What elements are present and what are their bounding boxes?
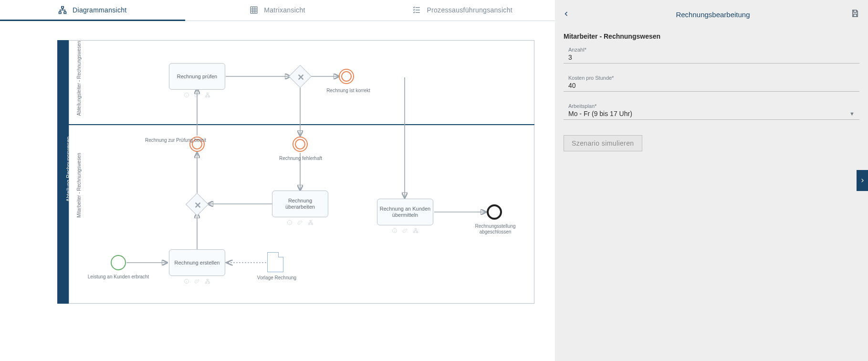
field-value: Mo - Fr (9 bis 17 Uhr) [568,110,632,117]
tab-execution[interactable]: Prozessausführungsansicht [370,0,555,21]
field-label: Arbeitsplan* [568,103,855,109]
task-label: Rechnung erstellen [175,260,220,266]
event-end-label: Rechnungsstellung abgeschlossen [462,223,529,235]
tab-matrix[interactable]: Matrixansicht [185,0,370,21]
task-rechnung-ueberarbeiten[interactable]: Rechnung überarbeiten [272,191,328,217]
drawer-toggle[interactable] [857,170,868,191]
task-indicator-icons [287,220,314,225]
lane-top-label: Abteilungsleiter - Rechnungswesen [76,40,82,117]
x-icon: ✕ [194,200,201,211]
event-start-label: Leistung an Kunden erbracht [85,274,152,280]
properties-panel: Rechnungsbearbeitung Mitarbeiter - Rechn… [555,0,868,361]
attachment-icon [402,228,408,234]
attachment-icon [297,220,303,225]
event-fehlerhaft[interactable] [293,137,308,152]
task-rechnung-uebermitteln[interactable]: Rechnung an Kunden übermitteln [377,199,433,225]
tab-matrix-label: Matrixansicht [264,6,305,14]
info-icon [184,92,189,98]
info-icon [184,278,189,284]
field-label: Kosten pro Stunde* [568,75,855,81]
svg-rect-1 [59,11,62,13]
task-label: Rechnung an Kunden übermitteln [379,206,431,218]
event-bereit-label: Rechnung zur Prüfung bereit [142,138,209,143]
attachment-icon [194,92,200,98]
simulate-button[interactable]: Szenario simulieren [564,135,642,151]
attachment-icon [194,278,200,284]
field-label: Anzahl* [568,47,855,53]
event-end[interactable] [487,204,502,220]
pool-header: Abteilung Rechnungswesen [57,40,69,304]
chevron-left-icon [564,11,569,17]
chevron-right-icon [860,178,865,183]
tab-exec-label: Prozessausführungsansicht [427,6,512,14]
task-indicator-icons [184,92,210,98]
lane-bottom-label: Mitarbeiter - Rechnungswesen [76,125,82,245]
event-rechnung-korrekt[interactable] [339,69,354,84]
info-icon [287,220,293,225]
org-icon [205,278,210,284]
field-anzahl[interactable]: Anzahl* 3 [564,44,859,64]
org-icon [413,228,418,234]
svg-rect-3 [251,7,258,13]
x-icon: ✕ [297,72,304,83]
task-label: Rechnung überarbeiten [274,198,326,210]
task-rechnung-pruefen[interactable]: Rechnung prüfen [169,63,225,90]
hierarchy-icon [58,6,67,14]
task-label: Rechnung prüfen [177,74,217,80]
task-indicator-icons [392,228,418,234]
panel-title: Rechnungsbearbeitung [575,11,851,19]
lane-separator [69,124,534,125]
field-value: 40 [568,82,855,89]
svg-rect-0 [62,6,64,8]
section-title: Mitarbeiter - Rechnungswesen [564,32,859,40]
task-rechnung-erstellen[interactable]: Rechnung erstellen [169,249,225,276]
field-kosten[interactable]: Kosten pro Stunde* 40 [564,72,859,92]
tab-diagram-label: Diagrammansicht [73,6,126,14]
dataobject-vorlage[interactable] [267,252,283,272]
dataobject-label: Vorlage Rechnung [243,275,310,281]
list-check-icon [412,6,421,14]
org-icon [205,92,210,98]
event-start[interactable] [111,255,126,270]
chevron-down-icon: ▼ [849,111,855,117]
event-korrekt-label: Rechnung ist korrekt [315,88,382,94]
bpmn-diagram[interactable]: Abteilung Rechnungswesen Abteilungsleite… [57,40,534,304]
svg-rect-2 [64,11,66,13]
org-icon [308,220,314,225]
save-button[interactable] [851,9,859,20]
info-icon [392,228,397,234]
save-icon [851,9,859,18]
simulate-label: Szenario simulieren [572,139,634,147]
task-indicator-icons [184,278,210,284]
event-fehlerhaft-label: Rechnung fehlerhaft [267,156,334,161]
field-arbeitsplan[interactable]: Arbeitsplan* Mo - Fr (9 bis 17 Uhr) ▼ [564,100,859,120]
grid-icon [250,6,258,14]
back-button[interactable] [564,10,575,19]
field-value: 3 [568,53,855,61]
tab-diagram[interactable]: Diagrammansicht [0,0,185,21]
